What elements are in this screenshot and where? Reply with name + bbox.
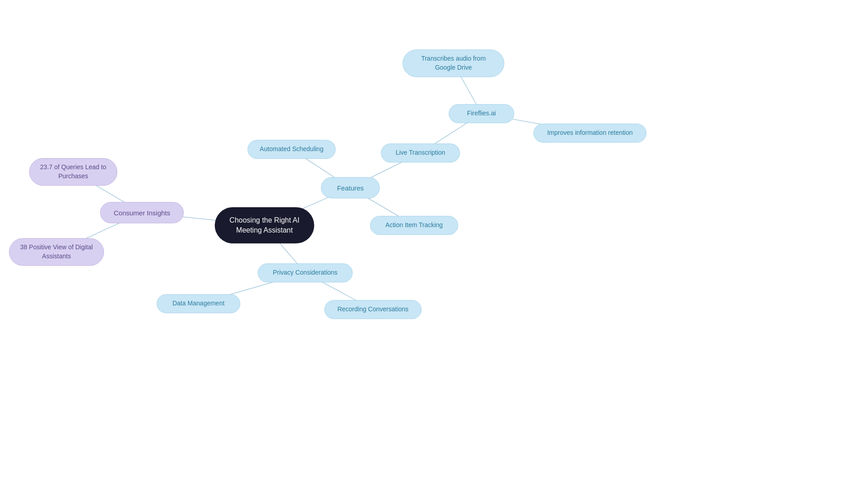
privacy-considerations-node[interactable]: Privacy Considerations — [258, 263, 353, 282]
consumer-insights-node[interactable]: Consumer Insights — [100, 202, 184, 224]
fireflies-node[interactable]: Fireflies.ai — [449, 104, 514, 123]
improves-retention-node[interactable]: Improves information retention — [533, 124, 646, 143]
recording-conversations-node[interactable]: Recording Conversations — [325, 300, 422, 319]
automated-scheduling-node[interactable]: Automated Scheduling — [248, 140, 336, 159]
center-node[interactable]: Choosing the Right AI Meeting Assistant — [215, 207, 314, 243]
transcribes-audio-node[interactable]: Transcribes audio from Google Drive — [403, 49, 505, 77]
positive-view-node[interactable]: 38 Positive View of Digital Assistants — [9, 238, 104, 266]
data-management-node[interactable]: Data Management — [157, 294, 241, 313]
live-transcription-node[interactable]: Live Transcription — [381, 143, 460, 162]
queries-purchases-node[interactable]: 23.7 of Queries Lead to Purchases — [29, 158, 118, 186]
features-node[interactable]: Features — [321, 177, 380, 199]
action-item-tracking-node[interactable]: Action Item Tracking — [370, 216, 458, 235]
